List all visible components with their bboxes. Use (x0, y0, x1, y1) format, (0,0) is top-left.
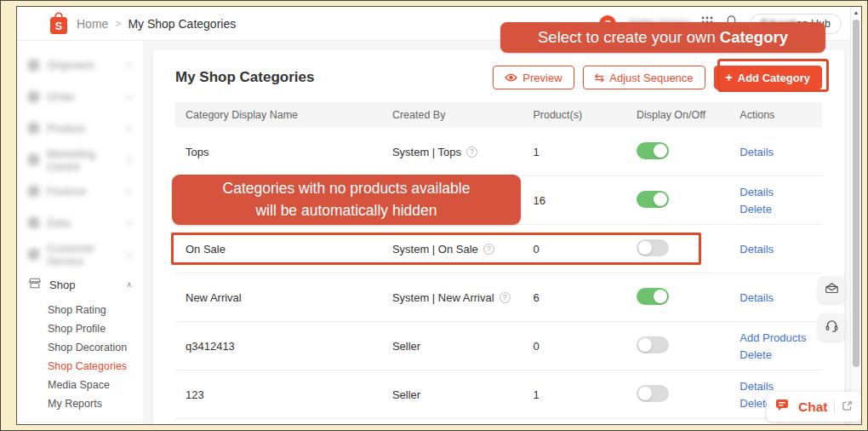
action-link-details[interactable]: Details (740, 291, 774, 304)
sidebar-item-blurred[interactable]: Data∨ (17, 207, 143, 238)
created-by: Seller (392, 340, 420, 353)
preview-button[interactable]: Preview (493, 66, 574, 89)
education-hub-button[interactable]: Education Hub (750, 14, 842, 34)
product-count: 1 (533, 388, 636, 401)
swap-arrows-icon: ⇆ (595, 72, 605, 83)
nav-icon (28, 154, 39, 165)
toolbar: Preview ⇆ Adjust Sequence + Add Category (493, 66, 822, 89)
action-link-add-products[interactable]: Add Products (740, 331, 806, 344)
info-icon[interactable]: ? (483, 244, 494, 255)
popout-icon[interactable] (842, 399, 853, 415)
sidebar-item-blurred[interactable]: Order∨ (17, 81, 143, 112)
sidebar-item-blurred[interactable]: Shipment∨ (17, 49, 143, 81)
inbox-mail-button[interactable] (818, 276, 845, 303)
category-name: q3412413 (186, 340, 392, 353)
sidebar-item-blurred-bottom[interactable]: Setting∨ (17, 422, 143, 424)
display-toggle[interactable] (637, 288, 669, 305)
chevron-down-icon: ∨ (126, 187, 132, 196)
table-row: 123 Seller 1 DetailsDelete (175, 371, 822, 419)
shop-avatar[interactable]: S (599, 15, 616, 32)
shop-submenu: Shop Rating Shop Profile Shop Decoration… (17, 299, 143, 417)
display-toggle[interactable] (637, 239, 669, 256)
created-by: System | New Arrival (392, 291, 494, 304)
info-icon[interactable]: ? (466, 147, 477, 158)
display-toggle[interactable] (637, 191, 669, 208)
table-row: New Arrival System | New Arrival ? 6 Det… (175, 273, 822, 322)
sidebar-item-blurred[interactable]: Finance∨ (17, 175, 143, 207)
column-header: Actions (740, 109, 812, 121)
seller-center-app: S Home > My Shop Categories S Seller Nam… (16, 6, 862, 425)
row-actions: Details (740, 235, 812, 263)
sidebar-nav: Shipment∨ Order∨ Product∨ Marketing Cent… (17, 41, 143, 424)
support-headset-button[interactable] (818, 313, 845, 341)
plus-icon: + (726, 72, 733, 83)
nav-icon (28, 123, 39, 134)
chat-button[interactable]: Chat (767, 392, 861, 422)
sidebar-item-shop-decoration[interactable]: Shop Decoration (17, 338, 143, 357)
action-link-delete[interactable]: Delete (740, 203, 772, 216)
chevron-down-icon: ∨ (126, 61, 132, 70)
chevron-down-icon: ∨ (126, 124, 132, 133)
nav-icon (28, 60, 39, 71)
breadcrumb: Home > My Shop Categories (77, 17, 236, 31)
sidebar-item-shop-profile[interactable]: Shop Profile (17, 319, 143, 338)
row-actions: Add ProductsDelete (740, 324, 812, 369)
scroll-up-arrow[interactable]: ▲ (851, 7, 861, 18)
column-header: Created By (392, 109, 534, 121)
sidebar-item-shop-categories[interactable]: Shop Categories (17, 357, 143, 376)
chevron-down-icon: ∨ (126, 156, 132, 164)
product-count: 6 (533, 291, 636, 304)
action-link-delete[interactable]: Delete (740, 348, 772, 361)
chevron-down-icon: ∨ (126, 250, 132, 259)
column-header: Product(s) (533, 109, 636, 121)
display-toggle[interactable] (637, 336, 669, 353)
chevron-down-icon: ∨ (126, 93, 132, 101)
apps-grid-icon[interactable] (701, 16, 713, 32)
divider (834, 400, 835, 414)
product-count: 0 (533, 243, 636, 256)
action-link-details[interactable]: Details (740, 243, 774, 256)
category-name: Tops (186, 146, 392, 158)
sidebar-section-shop[interactable]: Shop ∧ (17, 270, 143, 299)
shopee-logo-icon[interactable]: S (49, 12, 68, 35)
sidebar-shop-label: Shop (49, 279, 75, 291)
info-icon[interactable]: ? (500, 292, 511, 303)
nav-icon (28, 186, 39, 197)
add-category-button[interactable]: + Add Category (714, 66, 822, 89)
column-header: Display On/Off (637, 109, 740, 121)
category-name: On Sale (186, 243, 392, 256)
notification-bell-icon[interactable] (725, 14, 738, 32)
toggle-knob (638, 387, 652, 400)
product-count: 0 (533, 340, 636, 353)
svg-text:S: S (55, 20, 62, 32)
education-hub-label: on Hub (797, 18, 831, 30)
sidebar-item-my-reports[interactable]: My Reports (17, 394, 143, 413)
sidebar-item-blurred[interactable]: Marketing Centre∨ (17, 144, 143, 175)
adjust-sequence-button[interactable]: ⇆ Adjust Sequence (583, 66, 705, 89)
display-toggle[interactable] (637, 385, 669, 402)
action-link-details[interactable]: Details (740, 146, 774, 158)
sidebar-item-media-space[interactable]: Media Space (17, 376, 143, 394)
display-toggle[interactable] (637, 142, 669, 159)
sidebar-item-blurred[interactable]: Customer Service∨ (17, 238, 143, 270)
sidebar-item-shop-rating[interactable]: Shop Rating (17, 301, 143, 319)
sidebar-item-blurred[interactable]: Product∨ (17, 112, 143, 144)
education-hub-label-blurred: Educati (761, 18, 797, 30)
adjust-sequence-label: Adjust Sequence (609, 72, 693, 84)
created-by: System | On Sale (392, 243, 478, 256)
sidebar-item-label: Data (47, 216, 70, 229)
sidebar-item-label: Order (47, 90, 75, 103)
action-link-details[interactable]: Details (740, 380, 774, 393)
row-actions: Details (740, 284, 812, 312)
page-scrollbar[interactable]: ▲ ▼ (850, 7, 861, 424)
table-row: q3412413 Seller 0 Add ProductsDelete (175, 322, 822, 371)
shop-name-blurred: Seller Name (628, 17, 689, 30)
breadcrumb-home-link[interactable]: Home (77, 17, 108, 31)
created-by: Seller (392, 388, 420, 401)
row-actions: DetailsDelete (740, 178, 812, 223)
action-link-details[interactable]: Details (740, 186, 774, 198)
my-shop-categories-card: My Shop Categories Preview ⇆ Adjust Sequ… (153, 49, 844, 425)
sidebar-item-label: Finance (47, 185, 86, 198)
scrollbar-thumb[interactable] (853, 20, 859, 367)
column-header: Category Display Name (186, 109, 392, 121)
